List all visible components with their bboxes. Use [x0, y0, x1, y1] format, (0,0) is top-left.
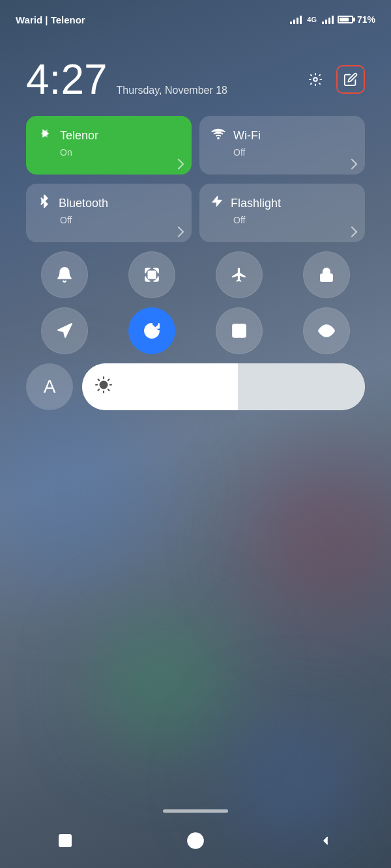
control-panel: 4:27 Thursday, November 18 — [13, 46, 378, 436]
svg-line-17 — [98, 389, 100, 391]
telenor-toggle[interactable]: Telenor On — [26, 116, 192, 175]
signal-bars-1 — [290, 15, 302, 24]
battery-icon — [338, 16, 353, 23]
tag-4g: 4G — [307, 16, 317, 23]
bottom-row: A — [26, 363, 365, 410]
round-buttons-row1 — [26, 251, 365, 298]
wifi-subtitle: Off — [211, 147, 353, 158]
brightness-slider[interactable] — [82, 363, 365, 410]
wifi-icon — [211, 126, 225, 145]
battery — [338, 16, 353, 23]
bluetooth-icon — [38, 194, 51, 212]
bluetooth-arrow — [173, 227, 184, 238]
svg-rect-19 — [59, 835, 71, 847]
scan-button[interactable] — [216, 307, 263, 354]
svg-point-6 — [150, 329, 154, 333]
brightness-icon — [95, 376, 112, 397]
telenor-icon — [38, 126, 52, 145]
telenor-subtitle: On — [38, 147, 180, 158]
flashlight-icon — [211, 194, 223, 212]
eye-button[interactable] — [303, 307, 350, 354]
location-button[interactable] — [41, 307, 88, 354]
lock-button[interactable] — [303, 251, 350, 298]
telenor-title: Telenor — [60, 129, 98, 143]
header-icons — [301, 65, 365, 94]
flashlight-arrow — [347, 227, 358, 238]
nav-home-button[interactable] — [184, 829, 207, 852]
status-bar: Warid | Telenor 4G 71% — [0, 0, 391, 39]
svg-point-10 — [100, 382, 108, 389]
svg-point-1 — [218, 137, 219, 139]
wifi-arrow — [347, 159, 358, 170]
svg-point-9 — [325, 329, 329, 333]
font-label: A — [44, 376, 56, 397]
carrier-label: Warid | Telenor — [16, 14, 85, 25]
toggle-grid-row1: Telenor On Wi-Fi Off — [26, 116, 365, 175]
status-bar-right: 4G 71% — [290, 14, 375, 25]
font-button[interactable]: A — [26, 363, 73, 410]
wifi-toggle[interactable]: Wi-Fi Off — [199, 116, 365, 175]
bluetooth-subtitle: Off — [38, 215, 180, 225]
svg-point-20 — [188, 833, 203, 848]
home-bar — [163, 809, 228, 813]
rotation-button[interactable] — [128, 307, 175, 354]
toggle-grid-row2: Bluetooth Off Flashlight Off — [26, 184, 365, 242]
telenor-arrow — [173, 159, 184, 170]
time-header: 4:27 Thursday, November 18 — [26, 59, 365, 100]
airplane-button[interactable] — [216, 251, 263, 298]
edit-button[interactable] — [336, 65, 365, 94]
time-display: 4:27 — [26, 59, 108, 100]
svg-line-14 — [108, 389, 109, 391]
svg-marker-5 — [58, 324, 72, 337]
nav-bar — [0, 819, 391, 868]
time-section: 4:27 Thursday, November 18 — [26, 59, 227, 100]
bluetooth-toggle[interactable]: Bluetooth Off — [26, 184, 192, 242]
svg-line-13 — [98, 380, 100, 381]
signal-bars-2 — [322, 15, 334, 24]
bell-button[interactable] — [41, 251, 88, 298]
flashlight-toggle[interactable]: Flashlight Off — [199, 184, 365, 242]
flashlight-title: Flashlight — [231, 197, 281, 210]
round-buttons-row2 — [26, 307, 365, 354]
battery-percent: 71% — [357, 14, 375, 25]
bluetooth-title: Bluetooth — [59, 197, 108, 210]
screenshot-button[interactable] — [128, 251, 175, 298]
svg-rect-4 — [321, 274, 332, 281]
svg-rect-3 — [149, 272, 156, 279]
nav-back-button[interactable] — [314, 829, 338, 852]
svg-point-0 — [313, 77, 317, 81]
settings-button[interactable] — [301, 65, 330, 94]
svg-line-18 — [108, 380, 109, 381]
svg-marker-2 — [212, 197, 222, 206]
wifi-title: Wi-Fi — [233, 129, 261, 143]
nav-recents-button[interactable] — [53, 829, 77, 852]
brightness-right — [238, 363, 365, 410]
flashlight-subtitle: Off — [211, 215, 353, 225]
date-display: Thursday, November 18 — [117, 85, 227, 96]
